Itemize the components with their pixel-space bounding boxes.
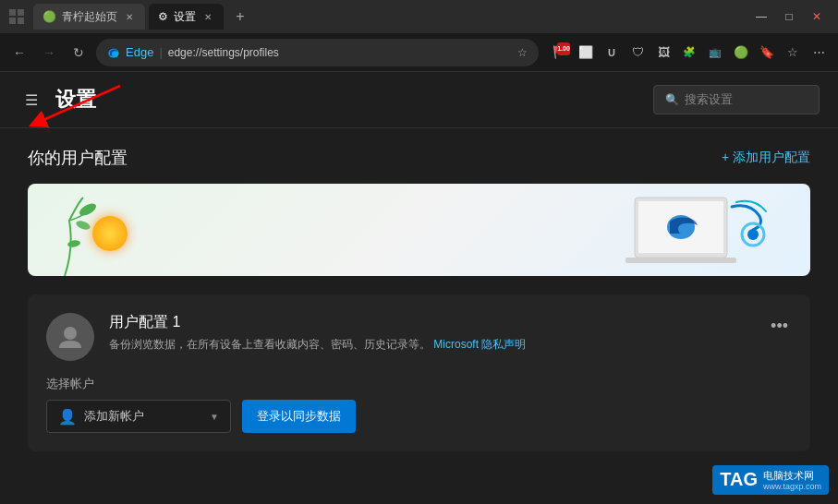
main-content: ☰ 设置 🔍 搜索设置 你的用户配置 + 添加用 <box>0 72 838 504</box>
tag-info: 电脑技术网 www.tagxp.com <box>763 469 821 491</box>
user-description: 备份浏览数据，在所有设备上查看收藏内容、密码、历史记录等。 Microsoft … <box>109 336 752 353</box>
avatar <box>46 313 94 361</box>
sun-decoration <box>92 216 128 251</box>
user-details: 用户配置 1 备份浏览数据，在所有设备上查看收藏内容、密码、历史记录等。 Mic… <box>109 313 752 353</box>
search-icon: 🔍 <box>665 93 679 106</box>
account-row: 👤 添加新帐户 ▼ 登录以同步数据 <box>46 400 792 433</box>
tab-close-2[interactable]: ✕ <box>201 10 214 23</box>
shield-icon[interactable]: 🛡 <box>625 41 650 65</box>
account-label: 选择帐户 <box>46 376 792 392</box>
star-icon[interactable]: ☆ <box>781 41 805 65</box>
settings-page: ☰ 设置 🔍 搜索设置 你的用户配置 + 添加用 <box>0 72 838 504</box>
svg-point-8 <box>75 220 91 232</box>
more-options-button[interactable]: ••• <box>767 313 792 340</box>
maximize-button[interactable]: □ <box>775 4 803 30</box>
svg-rect-0 <box>9 9 16 16</box>
banner-left <box>28 184 129 276</box>
search-settings-input[interactable]: 🔍 搜索设置 <box>653 85 820 114</box>
edge-logo-icon <box>107 46 120 59</box>
profile-section-title: 你的用户配置 <box>28 147 128 169</box>
circle-icon[interactable]: 🟢 <box>729 41 753 65</box>
account-select-dropdown[interactable]: 👤 添加新帐户 ▼ <box>46 400 231 433</box>
address-input[interactable]: Edge | edge://settings/profiles ☆ <box>96 39 539 66</box>
split-screen-icon[interactable]: ⬜ <box>574 41 598 65</box>
more-tools-icon[interactable]: ⋯ <box>807 41 831 65</box>
new-tab-button[interactable]: + <box>227 4 253 30</box>
tab-label-2: 设置 <box>174 9 196 25</box>
tab-favicon-2: ⚙ <box>158 10 168 23</box>
toolbar-icons: 🚩 1.00 ⬜ U 🛡 🖼 🧩 📺 🟢 🔖 ☆ ⋯ <box>548 41 831 65</box>
user-info-row: 用户配置 1 备份浏览数据，在所有设备上查看收藏内容、密码、历史记录等。 Mic… <box>46 313 792 361</box>
close-button[interactable]: ✕ <box>803 4 831 30</box>
svg-rect-3 <box>18 18 24 24</box>
reading-list-icon[interactable]: 🚩 1.00 <box>548 41 572 65</box>
chevron-down-icon: ▼ <box>210 412 219 422</box>
title-bar: 🟢 青柠起始页 ✕ ⚙ 设置 ✕ + — □ ✕ <box>0 0 838 33</box>
tabs-container: 🟢 青柠起始页 ✕ ⚙ 设置 ✕ + <box>7 4 253 30</box>
user-name: 用户配置 1 <box>109 313 752 332</box>
tag-site-name: 电脑技术网 <box>763 469 821 482</box>
profile-header: 你的用户配置 + 添加用户配置 <box>28 147 810 169</box>
sync-button[interactable]: 登录以同步数据 <box>242 400 356 433</box>
add-account-text: 添加新帐户 <box>84 408 202 425</box>
settings-title: 设置 <box>55 86 96 114</box>
media-icon[interactable]: 📺 <box>703 41 727 65</box>
svg-rect-1 <box>18 9 24 16</box>
minimize-button[interactable]: — <box>747 4 775 30</box>
search-placeholder: 搜索设置 <box>685 91 733 108</box>
extensions-icon[interactable]: 🧩 <box>677 41 701 65</box>
banner-right <box>589 188 810 271</box>
tab-label-1: 青柠起始页 <box>62 9 117 25</box>
tab-settings[interactable]: ⚙ 设置 ✕ <box>149 4 224 30</box>
address-bar: ← → ↻ Edge | edge://settings/profiles ☆ … <box>0 33 838 72</box>
avatar-icon <box>55 322 85 352</box>
refresh-button[interactable]: ↻ <box>67 41 91 65</box>
window-controls: — □ ✕ <box>747 4 831 30</box>
menu-button[interactable]: ☰ <box>18 87 44 113</box>
tag-url: www.tagxp.com <box>763 482 821 491</box>
banner-device-illustration <box>589 188 773 271</box>
svg-rect-2 <box>9 18 16 24</box>
window-icon <box>7 7 26 26</box>
profile-section: 你的用户配置 + 添加用户配置 <box>0 128 838 470</box>
edge-label: Edge <box>126 45 153 59</box>
bookmark-icon: ☆ <box>517 46 528 59</box>
badge-counter: 1.00 <box>557 42 570 55</box>
tag-logo: TAG <box>720 469 758 490</box>
screenshot-icon[interactable]: 🖼 <box>651 41 675 65</box>
forward-button[interactable]: → <box>37 41 61 65</box>
add-profile-button[interactable]: + 添加用户配置 <box>722 150 810 166</box>
tab-close-1[interactable]: ✕ <box>123 10 136 23</box>
favorites-icon[interactable]: 🔖 <box>755 41 779 65</box>
tab-favicon-1: 🟢 <box>43 10 56 23</box>
privacy-link[interactable]: Microsoft 隐私声明 <box>433 338 526 351</box>
address-text: edge://settings/profiles <box>168 46 512 59</box>
svg-rect-12 <box>625 258 736 263</box>
tab-search-icon[interactable]: U <box>600 41 624 65</box>
profile-banner <box>28 184 810 276</box>
svg-point-15 <box>747 229 759 240</box>
svg-point-16 <box>64 327 77 340</box>
account-section: 选择帐户 👤 添加新帐户 ▼ 登录以同步数据 <box>46 376 792 433</box>
user-desc-text: 备份浏览数据，在所有设备上查看收藏内容、密码、历史记录等。 <box>109 338 431 351</box>
svg-point-9 <box>67 239 80 247</box>
back-button[interactable]: ← <box>7 41 31 65</box>
tab-qinlime[interactable]: 🟢 青柠起始页 ✕ <box>33 4 145 30</box>
settings-header: ☰ 设置 🔍 搜索设置 <box>0 72 838 128</box>
account-user-icon: 👤 <box>58 408 77 426</box>
user-profile-card: 用户配置 1 备份浏览数据，在所有设备上查看收藏内容、密码、历史记录等。 Mic… <box>28 294 810 451</box>
tag-watermark: TAG 电脑技术网 www.tagxp.com <box>712 465 829 495</box>
